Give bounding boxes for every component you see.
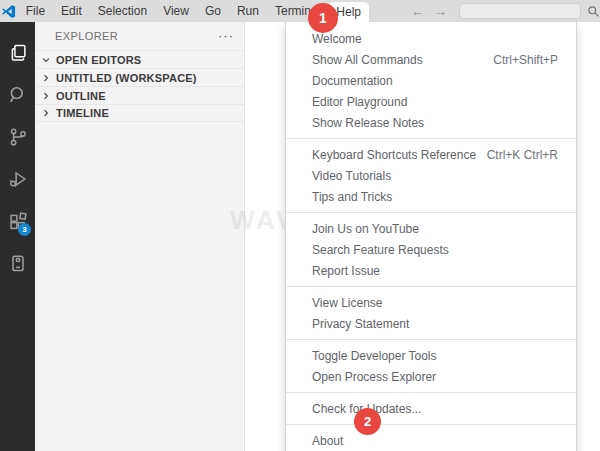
explorer-icon[interactable] [0,32,35,74]
menubar-selection[interactable]: Selection [90,0,155,22]
menu-item-view-license[interactable]: View License [286,292,576,313]
chevron-down-icon [39,53,53,67]
menu-separator [286,286,576,287]
search-sidebar-icon[interactable] [0,74,35,116]
search-icon[interactable] [587,5,600,18]
menu-item-tips-and-tricks[interactable]: Tips and Tricks [286,186,576,207]
menu-item-label: Welcome [312,32,362,46]
menu-item-check-for-updates[interactable]: Check for Updates... [286,398,576,419]
sidebar-title: EXPLORER [55,30,118,42]
workbench: 3 EXPLORER ··· OPEN EDITORS [0,22,600,451]
source-control-icon[interactable] [0,116,35,158]
remote-explorer-icon[interactable] [0,242,35,284]
extensions-badge: 3 [18,223,31,236]
vscode-logo-icon [0,4,18,19]
more-actions-icon[interactable]: ··· [218,33,234,39]
menubar-go[interactable]: Go [197,0,229,22]
back-arrow-icon[interactable]: ← [411,4,424,19]
menubar-view[interactable]: View [155,0,197,22]
command-center-searchbox[interactable] [459,3,581,19]
menu-item-label: Search Feature Requests [312,243,449,257]
menubar-run[interactable]: Run [229,0,267,22]
menu-item-show-all-commands[interactable]: Show All Commands Ctrl+Shift+P [286,49,576,70]
annotation-step-2: 2 [354,408,381,435]
menu-separator [286,212,576,213]
menu-item-label: Join Us on YouTube [312,222,419,236]
section-timeline[interactable]: TIMELINE [35,104,244,122]
menu-item-keyboard-shortcuts-reference[interactable]: Keyboard Shortcuts Reference Ctrl+K Ctrl… [286,144,576,165]
menubar-file[interactable]: File [18,0,53,22]
menu-item-label: Privacy Statement [312,317,409,331]
section-label: UNTITLED (WORKSPACE) [56,72,197,84]
menu-item-show-release-notes[interactable]: Show Release Notes [286,112,576,133]
menu-item-label: Show Release Notes [312,116,424,130]
menu-separator [286,392,576,393]
section-label: OUTLINE [56,90,106,102]
menu-item-label: Video Tutorials [312,169,391,183]
sidebar-header: EXPLORER ··· [35,22,244,50]
menu-item-editor-playground[interactable]: Editor Playground [286,91,576,112]
menu-separator [286,339,576,340]
section-outline[interactable]: OUTLINE [35,86,244,104]
menubar-edit[interactable]: Edit [53,0,90,22]
chevron-right-icon [39,71,53,85]
menu-item-label: Open Process Explorer [312,370,436,384]
menu-separator [286,424,576,425]
extensions-icon[interactable]: 3 [0,200,35,242]
chevron-right-icon [39,106,53,120]
vscode-window: File Edit Selection View Go Run Terminal… [0,0,600,451]
menu-item-label: About [312,434,343,448]
menu-item-documentation[interactable]: Documentation [286,70,576,91]
menu-item-label: Documentation [312,74,393,88]
menu-separator [286,138,576,139]
section-label: TIMELINE [56,107,109,119]
activity-bar: 3 [0,22,35,451]
menu-item-video-tutorials[interactable]: Video Tutorials [286,165,576,186]
menu-item-report-issue[interactable]: Report Issue [286,260,576,281]
help-menu: Welcome Show All Commands Ctrl+Shift+P D… [285,22,577,451]
menu-item-join-us-on-youtube[interactable]: Join Us on YouTube [286,218,576,239]
menu-item-label: View License [312,296,383,310]
menu-item-label: Editor Playground [312,95,407,109]
menu-item-search-feature-requests[interactable]: Search Feature Requests [286,239,576,260]
menu-item-label: Show All Commands [312,53,423,67]
section-label: OPEN EDITORS [56,54,141,66]
forward-arrow-icon[interactable]: → [434,4,447,19]
menu-item-privacy-statement[interactable]: Privacy Statement [286,313,576,334]
run-and-debug-icon[interactable] [0,158,35,200]
menu-item-label: Report Issue [312,264,380,278]
chevron-right-icon [39,89,53,103]
menu-item-open-process-explorer[interactable]: Open Process Explorer [286,366,576,387]
section-untitled-workspace[interactable]: UNTITLED (WORKSPACE) [35,68,244,86]
menu-item-label: Keyboard Shortcuts Reference [312,148,476,162]
menu-item-shortcut: Ctrl+K Ctrl+R [487,148,558,162]
menu-item-toggle-developer-tools[interactable]: Toggle Developer Tools [286,345,576,366]
annotation-step-1: 1 [308,3,338,33]
menu-item-about[interactable]: About [286,430,576,451]
menu-item-shortcut: Ctrl+Shift+P [493,53,558,67]
explorer-sidebar: EXPLORER ··· OPEN EDITORS UNTITLED (WORK… [35,22,245,451]
menu-item-label: Tips and Tricks [312,190,392,204]
menu-item-label: Toggle Developer Tools [312,349,437,363]
titlebar: File Edit Selection View Go Run Terminal… [0,0,600,22]
section-open-editors[interactable]: OPEN EDITORS [35,50,244,68]
history-nav: ← → [411,4,447,19]
